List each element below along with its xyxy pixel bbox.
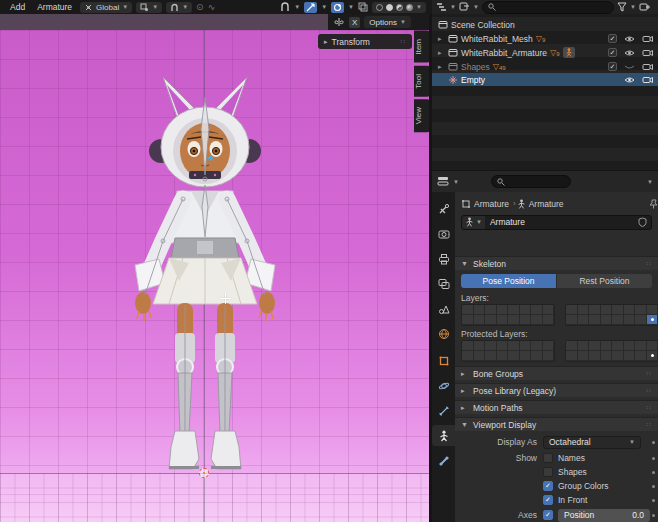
exclude-checkbox[interactable]: ✓: [608, 34, 617, 43]
layers-grid-left[interactable]: [461, 304, 555, 326]
new-collection-icon[interactable]: [639, 2, 650, 12]
layer-cell[interactable]: [601, 315, 613, 325]
transform-orientation-dropdown[interactable]: Global ▼: [80, 2, 132, 13]
x-axis-mirror-toggle[interactable]: X: [349, 17, 360, 28]
character-model[interactable]: [105, 67, 305, 477]
hide-eye-icon[interactable]: [624, 35, 635, 43]
falloff-curve-icon[interactable]: ∿: [208, 2, 216, 12]
add-menu[interactable]: Add: [6, 2, 29, 12]
name-field-value[interactable]: Armature: [485, 217, 638, 227]
snap-magnet-icon[interactable]: [280, 2, 290, 12]
layer-cell[interactable]: [462, 341, 474, 351]
render-camera-icon[interactable]: [642, 49, 653, 57]
layer-cell[interactable]: [601, 305, 613, 315]
layer-cell[interactable]: [508, 305, 520, 315]
layer-cell[interactable]: [647, 341, 658, 351]
expand-arrow-icon[interactable]: ▸: [438, 49, 445, 57]
layer-cell[interactable]: [474, 351, 486, 361]
layer-cell[interactable]: [531, 341, 543, 351]
tab-object-data-armature[interactable]: [432, 425, 455, 446]
outliner-item-label[interactable]: WhiteRabbit_Armature: [461, 48, 547, 58]
layer-cell[interactable]: [612, 305, 624, 315]
axes-checkbox[interactable]: ✓: [543, 510, 553, 520]
layer-cell[interactable]: [578, 315, 590, 325]
layer-cell[interactable]: [462, 315, 474, 325]
outliner-item-label[interactable]: Shapes: [461, 62, 490, 72]
layer-cell[interactable]: [589, 351, 601, 361]
tab-item[interactable]: Item: [414, 31, 430, 63]
shapes-checkbox[interactable]: [543, 467, 553, 477]
protected-layers-grid-left[interactable]: [461, 340, 555, 362]
bone-groups-panel-header[interactable]: ▸ Bone Groups ∷: [455, 366, 658, 380]
exclude-checkbox[interactable]: ✓: [608, 62, 617, 71]
layers-grid-right[interactable]: [565, 304, 658, 326]
options-dropdown[interactable]: Options ▼: [364, 16, 411, 28]
animate-dot[interactable]: [652, 441, 655, 444]
tab-world[interactable]: [432, 323, 455, 344]
render-camera-icon[interactable]: [642, 35, 653, 43]
breadcrumb-data[interactable]: Armature: [529, 199, 564, 209]
in-front-checkbox[interactable]: ✓: [543, 495, 553, 505]
layer-cell[interactable]: [531, 351, 543, 361]
tab-tool[interactable]: Tool: [414, 66, 430, 97]
layer-cell[interactable]: [485, 341, 497, 351]
armature-mode-icon[interactable]: [563, 47, 575, 58]
tab-bone[interactable]: [432, 450, 455, 471]
tab-object-constraints[interactable]: [432, 400, 455, 421]
tab-output[interactable]: [432, 248, 455, 269]
hidden-eye-closed-icon[interactable]: [624, 63, 635, 71]
outliner-item-label[interactable]: WhiteRabbit_Mesh: [461, 34, 533, 44]
motion-paths-panel-header[interactable]: ▸ Motion Paths ∷: [455, 400, 658, 414]
snapping-dropdown[interactable]: ▼: [166, 2, 192, 13]
axes-position-slider[interactable]: Position 0.0: [558, 509, 650, 522]
render-camera-icon[interactable]: [642, 63, 653, 71]
exclude-checkbox[interactable]: ✓: [608, 48, 617, 57]
outliner-item-label[interactable]: Empty: [461, 75, 485, 85]
id-type-dropdown[interactable]: ▼: [462, 216, 485, 229]
properties-editor-type-icon[interactable]: [437, 176, 449, 187]
layer-cell[interactable]: [543, 351, 555, 361]
hide-eye-icon[interactable]: [624, 49, 635, 57]
layer-cell[interactable]: [508, 341, 520, 351]
skeleton-panel-header[interactable]: ▼ Skeleton ∷: [455, 256, 658, 270]
layer-cell[interactable]: [612, 341, 624, 351]
pose-position-button[interactable]: Pose Position: [461, 274, 556, 288]
animate-dot[interactable]: [652, 485, 655, 488]
proportional-toggle-on[interactable]: [331, 2, 344, 13]
outliner-row-empty-selected[interactable]: Empty: [432, 73, 658, 86]
layer-cell[interactable]: [635, 305, 647, 315]
fake-user-shield-icon[interactable]: [638, 217, 647, 227]
animate-dot[interactable]: [652, 514, 655, 517]
layer-cell[interactable]: [462, 305, 474, 315]
layer-cell[interactable]: [635, 315, 647, 325]
layer-cell[interactable]: [624, 341, 636, 351]
armature-menu[interactable]: Armature: [33, 2, 76, 12]
layer-cell[interactable]: [578, 341, 590, 351]
xray-toggle-icon[interactable]: [358, 2, 368, 12]
layer-cell[interactable]: [647, 351, 658, 361]
tab-render[interactable]: [432, 223, 455, 244]
shading-solid-icon[interactable]: [386, 4, 393, 11]
layer-cell[interactable]: [485, 315, 497, 325]
tab-tool[interactable]: [432, 198, 455, 219]
hide-eye-icon[interactable]: [624, 76, 635, 84]
layer-cell[interactable]: [601, 341, 613, 351]
layer-cell[interactable]: [474, 315, 486, 325]
layer-cell[interactable]: [520, 315, 532, 325]
transform-panel-header[interactable]: ▸ Transform ∷: [318, 34, 412, 49]
tab-view[interactable]: View: [414, 99, 430, 132]
layer-cell[interactable]: [508, 351, 520, 361]
outliner-editor-type-icon[interactable]: [436, 2, 447, 12]
layer-cell[interactable]: [566, 351, 578, 361]
layer-cell[interactable]: [566, 341, 578, 351]
layer-cell[interactable]: [647, 315, 658, 325]
layer-cell[interactable]: [624, 305, 636, 315]
group-colors-checkbox[interactable]: ✓: [543, 481, 553, 491]
animate-dot[interactable]: [652, 457, 655, 460]
expand-arrow-icon[interactable]: ▸: [438, 63, 445, 71]
outliner-properties-split[interactable]: [432, 170, 658, 171]
layer-cell[interactable]: [601, 351, 613, 361]
layer-cell[interactable]: [497, 351, 509, 361]
layer-cell[interactable]: [497, 315, 509, 325]
layer-cell[interactable]: [485, 305, 497, 315]
